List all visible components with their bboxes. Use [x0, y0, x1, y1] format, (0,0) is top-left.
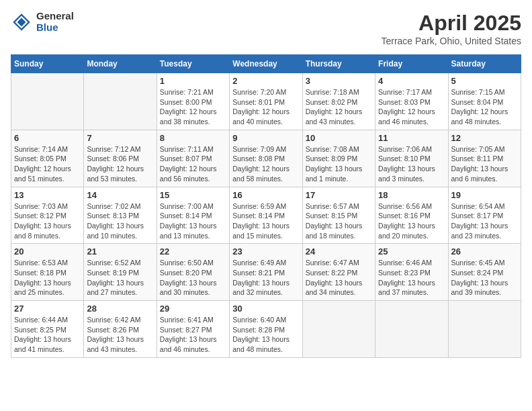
- weekday-header: Thursday: [302, 55, 375, 73]
- calendar-cell: 26Sunrise: 6:45 AM Sunset: 8:24 PM Dayli…: [448, 244, 521, 301]
- day-number: 23: [232, 246, 299, 257]
- calendar-subtitle: Terrace Park, Ohio, United States: [381, 36, 521, 46]
- calendar-cell: [302, 301, 375, 358]
- calendar-cell: 24Sunrise: 6:47 AM Sunset: 8:22 PM Dayli…: [302, 244, 375, 301]
- day-info: Sunrise: 6:52 AM Sunset: 8:19 PM Dayligh…: [87, 258, 153, 298]
- day-info: Sunrise: 7:20 AM Sunset: 8:01 PM Dayligh…: [232, 87, 299, 127]
- day-number: 7: [87, 133, 153, 143]
- calendar-cell: 1Sunrise: 7:21 AM Sunset: 8:00 PM Daylig…: [157, 73, 229, 130]
- calendar-cell: 18Sunrise: 6:56 AM Sunset: 8:16 PM Dayli…: [375, 187, 448, 244]
- day-info: Sunrise: 7:17 AM Sunset: 8:03 PM Dayligh…: [378, 87, 445, 127]
- calendar-cell: 7Sunrise: 7:12 AM Sunset: 8:06 PM Daylig…: [84, 130, 157, 187]
- day-number: 22: [160, 246, 226, 257]
- logo: General Blue: [11, 11, 74, 33]
- day-number: 18: [378, 190, 445, 200]
- day-info: Sunrise: 6:54 AM Sunset: 8:17 PM Dayligh…: [451, 201, 518, 241]
- logo-text: General Blue: [36, 11, 74, 33]
- day-info: Sunrise: 7:09 AM Sunset: 8:08 PM Dayligh…: [232, 144, 299, 184]
- calendar-cell: 21Sunrise: 6:52 AM Sunset: 8:19 PM Dayli…: [84, 244, 157, 301]
- day-info: Sunrise: 7:15 AM Sunset: 8:04 PM Dayligh…: [451, 87, 518, 127]
- calendar-cell: [375, 301, 448, 358]
- logo-general-label: General: [36, 11, 74, 22]
- calendar-week-row: 13Sunrise: 7:03 AM Sunset: 8:12 PM Dayli…: [11, 187, 521, 244]
- day-info: Sunrise: 7:11 AM Sunset: 8:07 PM Dayligh…: [160, 144, 226, 184]
- calendar-cell: 5Sunrise: 7:15 AM Sunset: 8:04 PM Daylig…: [448, 73, 521, 130]
- day-info: Sunrise: 6:40 AM Sunset: 8:28 PM Dayligh…: [232, 315, 299, 355]
- calendar-cell: 10Sunrise: 7:08 AM Sunset: 8:09 PM Dayli…: [302, 130, 375, 187]
- calendar-cell: 13Sunrise: 7:03 AM Sunset: 8:12 PM Dayli…: [11, 187, 84, 244]
- calendar-week-row: 1Sunrise: 7:21 AM Sunset: 8:00 PM Daylig…: [11, 73, 521, 130]
- day-info: Sunrise: 6:45 AM Sunset: 8:24 PM Dayligh…: [451, 258, 518, 298]
- day-info: Sunrise: 7:02 AM Sunset: 8:13 PM Dayligh…: [87, 201, 153, 241]
- weekday-header: Saturday: [448, 55, 521, 73]
- day-number: 30: [232, 304, 299, 314]
- calendar-cell: 23Sunrise: 6:49 AM Sunset: 8:21 PM Dayli…: [230, 244, 302, 301]
- calendar-cell: 22Sunrise: 6:50 AM Sunset: 8:20 PM Dayli…: [157, 244, 229, 301]
- calendar-week-row: 27Sunrise: 6:44 AM Sunset: 8:25 PM Dayli…: [11, 301, 521, 358]
- day-number: 27: [14, 304, 81, 314]
- calendar-cell: 12Sunrise: 7:05 AM Sunset: 8:11 PM Dayli…: [448, 130, 521, 187]
- calendar-cell: 19Sunrise: 6:54 AM Sunset: 8:17 PM Dayli…: [448, 187, 521, 244]
- day-info: Sunrise: 7:21 AM Sunset: 8:00 PM Dayligh…: [160, 87, 226, 127]
- day-info: Sunrise: 6:46 AM Sunset: 8:23 PM Dayligh…: [378, 258, 445, 298]
- calendar-body: 1Sunrise: 7:21 AM Sunset: 8:00 PM Daylig…: [11, 73, 521, 358]
- day-info: Sunrise: 6:56 AM Sunset: 8:16 PM Dayligh…: [378, 201, 445, 241]
- calendar-cell: 4Sunrise: 7:17 AM Sunset: 8:03 PM Daylig…: [375, 73, 448, 130]
- calendar-cell: 6Sunrise: 7:14 AM Sunset: 8:05 PM Daylig…: [11, 130, 84, 187]
- day-number: 29: [160, 304, 226, 314]
- calendar-title: April 2025: [381, 11, 521, 36]
- day-info: Sunrise: 7:14 AM Sunset: 8:05 PM Dayligh…: [14, 144, 81, 184]
- calendar-cell: 25Sunrise: 6:46 AM Sunset: 8:23 PM Dayli…: [375, 244, 448, 301]
- day-number: 8: [160, 133, 226, 143]
- day-number: 24: [306, 246, 372, 257]
- day-number: 3: [306, 76, 372, 86]
- day-info: Sunrise: 6:50 AM Sunset: 8:20 PM Dayligh…: [160, 258, 226, 298]
- day-number: 14: [87, 190, 153, 200]
- calendar-cell: 8Sunrise: 7:11 AM Sunset: 8:07 PM Daylig…: [157, 130, 229, 187]
- calendar-week-row: 6Sunrise: 7:14 AM Sunset: 8:05 PM Daylig…: [11, 130, 521, 187]
- weekday-header: Wednesday: [230, 55, 302, 73]
- day-number: 13: [14, 190, 81, 200]
- day-number: 16: [232, 190, 299, 200]
- day-number: 21: [87, 246, 153, 257]
- calendar-week-row: 20Sunrise: 6:53 AM Sunset: 8:18 PM Dayli…: [11, 244, 521, 301]
- day-number: 12: [451, 133, 518, 143]
- day-number: 11: [378, 133, 445, 143]
- day-number: 9: [232, 133, 299, 143]
- day-number: 17: [306, 190, 372, 200]
- day-info: Sunrise: 6:57 AM Sunset: 8:15 PM Dayligh…: [306, 201, 372, 241]
- day-info: Sunrise: 7:03 AM Sunset: 8:12 PM Dayligh…: [14, 201, 81, 241]
- day-info: Sunrise: 7:12 AM Sunset: 8:06 PM Dayligh…: [87, 144, 153, 184]
- calendar-table: SundayMondayTuesdayWednesdayThursdayFrid…: [11, 54, 521, 358]
- weekday-row: SundayMondayTuesdayWednesdayThursdayFrid…: [11, 55, 521, 73]
- day-info: Sunrise: 6:53 AM Sunset: 8:18 PM Dayligh…: [14, 258, 81, 298]
- day-info: Sunrise: 7:18 AM Sunset: 8:02 PM Dayligh…: [306, 87, 372, 127]
- calendar-cell: 28Sunrise: 6:42 AM Sunset: 8:26 PM Dayli…: [84, 301, 157, 358]
- day-number: 20: [14, 246, 81, 257]
- weekday-header: Friday: [375, 55, 448, 73]
- calendar-cell: 3Sunrise: 7:18 AM Sunset: 8:02 PM Daylig…: [302, 73, 375, 130]
- day-info: Sunrise: 7:06 AM Sunset: 8:10 PM Dayligh…: [378, 144, 445, 184]
- calendar-cell: 2Sunrise: 7:20 AM Sunset: 8:01 PM Daylig…: [230, 73, 302, 130]
- day-number: 4: [378, 76, 445, 86]
- day-info: Sunrise: 6:41 AM Sunset: 8:27 PM Dayligh…: [160, 315, 226, 355]
- day-info: Sunrise: 6:59 AM Sunset: 8:14 PM Dayligh…: [232, 201, 299, 241]
- logo-blue-label: Blue: [36, 22, 74, 34]
- day-info: Sunrise: 6:49 AM Sunset: 8:21 PM Dayligh…: [232, 258, 299, 298]
- page-header: General Blue April 2025 Terrace Park, Oh…: [11, 11, 521, 46]
- day-number: 26: [451, 246, 518, 257]
- day-number: 15: [160, 190, 226, 200]
- calendar-cell: [84, 73, 157, 130]
- day-info: Sunrise: 7:08 AM Sunset: 8:09 PM Dayligh…: [306, 144, 372, 184]
- day-info: Sunrise: 6:42 AM Sunset: 8:26 PM Dayligh…: [87, 315, 153, 355]
- day-info: Sunrise: 7:05 AM Sunset: 8:11 PM Dayligh…: [451, 144, 518, 184]
- day-number: 10: [306, 133, 372, 143]
- weekday-header: Monday: [84, 55, 157, 73]
- day-number: 2: [232, 76, 299, 86]
- calendar-cell: [448, 301, 521, 358]
- day-info: Sunrise: 7:00 AM Sunset: 8:14 PM Dayligh…: [160, 201, 226, 241]
- day-info: Sunrise: 6:47 AM Sunset: 8:22 PM Dayligh…: [306, 258, 372, 298]
- calendar-cell: 20Sunrise: 6:53 AM Sunset: 8:18 PM Dayli…: [11, 244, 84, 301]
- calendar-cell: 17Sunrise: 6:57 AM Sunset: 8:15 PM Dayli…: [302, 187, 375, 244]
- title-block: April 2025 Terrace Park, Ohio, United St…: [381, 11, 521, 46]
